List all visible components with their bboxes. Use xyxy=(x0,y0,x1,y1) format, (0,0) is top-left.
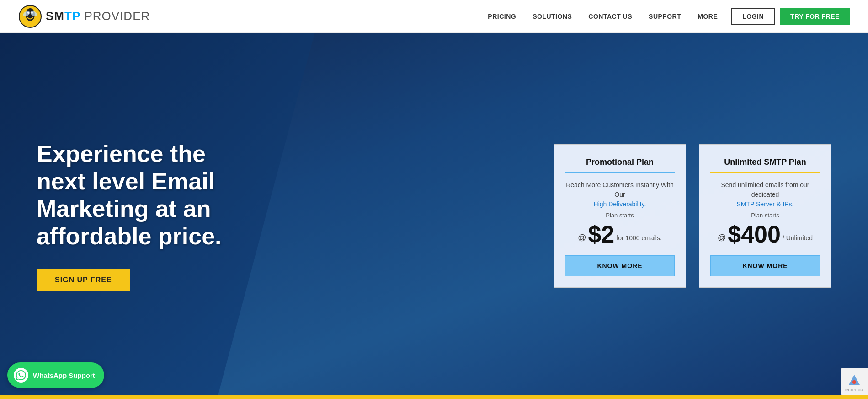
plan-promotional-at: @ xyxy=(578,233,586,243)
captcha-text: reCAPTCHA xyxy=(845,388,863,392)
plan-cards: Promotional Plan Reach More Customers In… xyxy=(554,144,831,288)
whatsapp-support-button[interactable]: WhatsApp Support xyxy=(7,362,104,388)
login-button[interactable]: LOGIN xyxy=(731,8,775,25)
nav-links: PRICING SOLUTIONS CONTACT US SUPPORT MOR… xyxy=(488,13,718,20)
nav-pricing[interactable]: PRICING xyxy=(488,13,516,20)
navbar: SMTP PROVIDER PRICING SOLUTIONS CONTACT … xyxy=(0,0,868,33)
hero-section: Experience the next level Email Marketin… xyxy=(0,33,868,399)
hero-headline: Experience the next level Email Marketin… xyxy=(37,140,256,250)
plan-promotional-starts: Plan starts xyxy=(606,212,634,219)
plan-unlimited-desc: Send unlimited emails from our dedicated… xyxy=(710,180,820,209)
plan-promotional-price: $2 xyxy=(588,222,614,246)
svg-point-7 xyxy=(852,380,856,384)
plan-unlimited-price: $400 xyxy=(728,222,781,246)
plan-unlimited-cta[interactable]: KNOW MORE xyxy=(710,255,820,276)
nav-actions: LOGIN TRY FOR FREE xyxy=(731,8,850,25)
whatsapp-label: WhatsApp Support xyxy=(33,372,95,379)
plan-unlimited-price-row: @ $400 / Unlimited xyxy=(718,222,813,246)
nav-contact[interactable]: CONTACT US xyxy=(588,13,632,20)
signup-button[interactable]: SIGN UP FREE xyxy=(37,269,130,291)
plan-unlimited-at: @ xyxy=(718,233,726,243)
plan-unlimited-highlight: SMTP Server & IPs. xyxy=(737,200,794,208)
plan-card-unlimited: Unlimited SMTP Plan Send unlimited email… xyxy=(699,144,831,288)
plan-card-promotional: Promotional Plan Reach More Customers In… xyxy=(554,144,686,288)
bottom-bar xyxy=(0,395,868,399)
plan-promotional-title: Promotional Plan xyxy=(586,157,654,167)
svg-point-5 xyxy=(31,12,33,14)
plan-promotional-highlight: High Deliverability. xyxy=(594,200,646,208)
hero-content: Experience the next level Email Marketin… xyxy=(0,33,868,399)
plan-promotional-price-row: @ $2 for 1000 emails. xyxy=(578,222,662,246)
logo-icon xyxy=(18,5,42,28)
nav-solutions[interactable]: SOLUTIONS xyxy=(533,13,572,20)
logo-text: SMTP PROVIDER xyxy=(46,9,150,23)
plan-promotional-desc: Reach More Customers Instantly With Our … xyxy=(565,180,675,209)
plan-promotional-unit: for 1000 emails. xyxy=(616,234,662,242)
captcha-badge: reCAPTCHA xyxy=(841,368,868,395)
plan-unlimited-starts: Plan starts xyxy=(751,212,779,219)
plan-promotional-cta[interactable]: KNOW MORE xyxy=(565,255,675,276)
nav-more[interactable]: MORE xyxy=(698,13,718,20)
whatsapp-icon xyxy=(14,368,28,383)
plan-unlimited-divider xyxy=(710,172,820,173)
plan-promotional-desc-line1: Reach More Customers Instantly With Our xyxy=(566,181,674,198)
plan-unlimited-desc-line1: Send unlimited emails from our dedicated xyxy=(721,181,809,198)
plan-unlimited-unit: / Unlimited xyxy=(783,234,813,242)
nav-support[interactable]: SUPPORT xyxy=(649,13,681,20)
hero-text-block: Experience the next level Email Marketin… xyxy=(37,140,256,291)
try-free-button[interactable]: TRY FOR FREE xyxy=(780,8,850,25)
plan-unlimited-title: Unlimited SMTP Plan xyxy=(724,157,806,167)
logo[interactable]: SMTP PROVIDER xyxy=(18,5,150,28)
plan-promotional-divider xyxy=(565,172,675,173)
svg-point-4 xyxy=(27,12,29,14)
